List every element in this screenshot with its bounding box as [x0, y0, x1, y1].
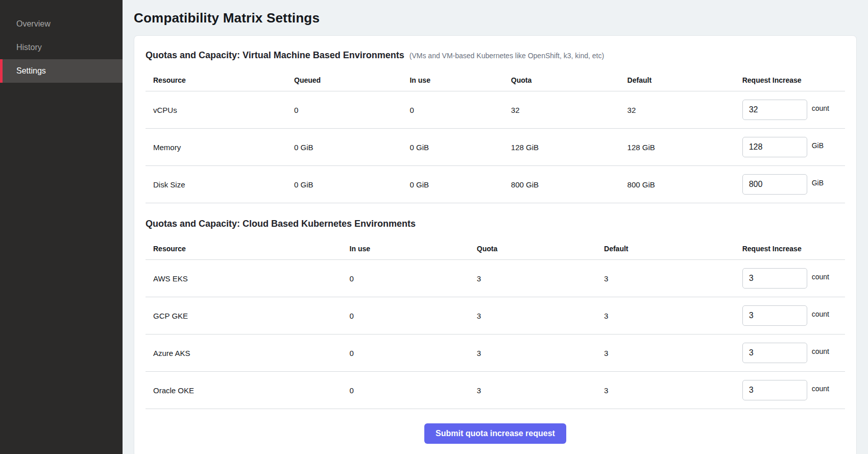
table-row: Disk Size 0 GiB 0 GiB 800 GiB 800 GiB Gi…: [146, 166, 845, 203]
request-increase-cell: GiB: [742, 137, 837, 157]
column-header-resource: Resource: [153, 76, 294, 84]
table-row: AWS EKS 0 3 3 count: [146, 260, 845, 297]
quota-value: 3: [477, 312, 604, 320]
aws-eks-quota-input[interactable]: [742, 268, 807, 289]
column-header-in-use: In use: [350, 245, 477, 253]
in-use-value: 0: [350, 312, 477, 320]
page-title: Compatibility Matrix Settings: [134, 10, 857, 26]
vm-section-title: Quotas and Capacity: Virtual Machine Bas…: [146, 50, 404, 61]
quota-value: 128 GiB: [511, 143, 628, 152]
table-row: vCPUs 0 0 32 32 count: [146, 91, 845, 129]
submit-quota-increase-button[interactable]: Submit quota increase request: [424, 423, 566, 444]
sidebar: Overview History Settings: [0, 0, 123, 454]
unit-label: count: [812, 104, 829, 112]
in-use-value: 0 GiB: [409, 180, 511, 189]
oracle-oke-quota-input[interactable]: [742, 380, 807, 400]
unit-label: count: [812, 310, 829, 318]
queued-value: 0 GiB: [294, 143, 409, 152]
table-row: Memory 0 GiB 0 GiB 128 GiB 128 GiB GiB: [146, 129, 845, 166]
table-row: Oracle OKE 0 3 3 count: [146, 372, 845, 409]
cloud-section-title: Quotas and Capacity: Cloud Based Kuberne…: [146, 219, 416, 229]
quota-value: 800 GiB: [511, 180, 628, 189]
resource-label: GCP GKE: [153, 312, 350, 320]
settings-card: Quotas and Capacity: Virtual Machine Bas…: [134, 35, 857, 454]
in-use-value: 0: [409, 106, 511, 114]
table-row: GCP GKE 0 3 3 count: [146, 297, 845, 334]
azure-aks-quota-input[interactable]: [742, 343, 807, 363]
unit-label: GiB: [812, 141, 824, 150]
request-increase-cell: count: [742, 380, 837, 400]
column-header-queued: Queued: [294, 76, 409, 84]
default-value: 3: [604, 274, 742, 283]
unit-label: count: [812, 273, 829, 281]
resource-label: vCPUs: [153, 106, 294, 114]
column-header-quota: Quota: [477, 245, 604, 253]
vm-section-header: Quotas and Capacity: Virtual Machine Bas…: [146, 46, 845, 69]
unit-label: GiB: [812, 179, 824, 187]
vm-table-header: Resource Queued In use Quota Default Req…: [146, 69, 845, 91]
default-value: 128 GiB: [628, 143, 742, 152]
in-use-value: 0: [350, 349, 477, 357]
sidebar-item-history[interactable]: History: [0, 36, 123, 59]
request-increase-cell: count: [742, 100, 837, 120]
column-header-request-increase: Request Increase: [742, 76, 837, 84]
sidebar-item-overview[interactable]: Overview: [0, 12, 123, 36]
request-increase-cell: count: [742, 343, 837, 363]
in-use-value: 0: [350, 274, 477, 283]
vcpus-quota-input[interactable]: [742, 100, 807, 120]
main-content: Compatibility Matrix Settings Quotas and…: [123, 0, 868, 454]
vm-section-subtitle: (VMs and VM-based Kubernetes like OpenSh…: [409, 52, 604, 60]
default-value: 3: [604, 386, 742, 395]
quota-value: 3: [477, 274, 604, 283]
unit-label: count: [812, 347, 829, 355]
resource-label: Oracle OKE: [153, 386, 350, 395]
cloud-table-header: Resource In use Quota Default Request In…: [146, 237, 845, 260]
column-header-in-use: In use: [409, 76, 511, 84]
in-use-value: 0: [350, 386, 477, 395]
default-value: 3: [604, 349, 742, 357]
cloud-section-header: Quotas and Capacity: Cloud Based Kuberne…: [146, 203, 845, 237]
in-use-value: 0 GiB: [409, 143, 511, 152]
table-row: Azure AKS 0 3 3 count: [146, 334, 845, 372]
resource-label: AWS EKS: [153, 274, 350, 283]
memory-quota-input[interactable]: [742, 137, 807, 157]
default-value: 800 GiB: [628, 180, 742, 189]
request-increase-cell: count: [742, 268, 837, 289]
quota-value: 3: [477, 386, 604, 395]
resource-label: Azure AKS: [153, 349, 350, 357]
resource-label: Memory: [153, 143, 294, 152]
queued-value: 0: [294, 106, 409, 114]
request-increase-cell: GiB: [742, 174, 837, 195]
column-header-default: Default: [604, 245, 742, 253]
unit-label: count: [812, 385, 829, 393]
quota-value: 32: [511, 106, 628, 114]
column-header-resource: Resource: [153, 245, 350, 253]
submit-row: Submit quota increase request: [146, 409, 845, 444]
quota-value: 3: [477, 349, 604, 357]
request-increase-cell: count: [742, 305, 837, 326]
column-header-default: Default: [628, 76, 742, 84]
default-value: 3: [604, 312, 742, 320]
default-value: 32: [628, 106, 742, 114]
disk-size-quota-input[interactable]: [742, 174, 807, 195]
sidebar-item-settings[interactable]: Settings: [0, 59, 123, 83]
gcp-gke-quota-input[interactable]: [742, 305, 807, 326]
queued-value: 0 GiB: [294, 180, 409, 189]
resource-label: Disk Size: [153, 180, 294, 189]
column-header-request-increase: Request Increase: [742, 245, 837, 253]
column-header-quota: Quota: [511, 76, 628, 84]
